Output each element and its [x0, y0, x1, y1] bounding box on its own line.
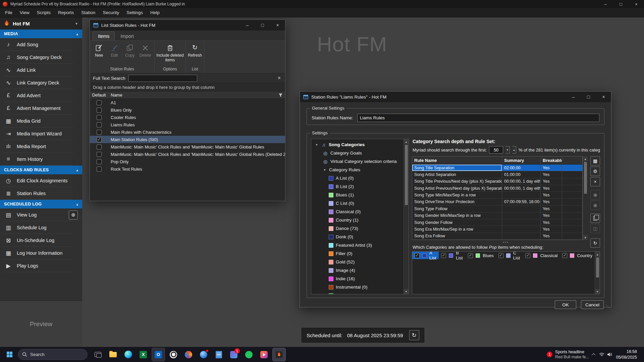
default-checkbox[interactable]: [97, 167, 102, 172]
sidebar-item-view-log[interactable]: ▤ View Log ⊕: [0, 208, 82, 221]
sidebar-item-media-grid[interactable]: ▦ Media Grid: [0, 115, 82, 127]
sidebar-item-song-category-deck[interactable]: ♫ Song Category Deck: [0, 51, 82, 64]
menu-item[interactable]: File: [1, 8, 16, 17]
myriad-app-button[interactable]: [272, 348, 286, 361]
category-row[interactable]: Blues (1): [311, 191, 404, 199]
column-default[interactable]: Default: [90, 92, 108, 99]
close-button[interactable]: ×: [629, 0, 644, 8]
table-row[interactable]: Rock Test Rules: [90, 165, 285, 173]
ok-button[interactable]: OK: [555, 300, 576, 309]
scroll-down-icon[interactable]: ▾: [583, 235, 588, 240]
remove-rule-button[interactable]: ×: [590, 177, 600, 186]
sidebar-item-add-link[interactable]: ∿ Add Link: [0, 64, 82, 76]
move-down-button[interactable]: ◉: [590, 200, 600, 210]
category-row[interactable]: Country (1): [311, 216, 404, 224]
maximize-button[interactable]: □: [613, 0, 629, 8]
edit-button[interactable]: Edit: [107, 43, 122, 58]
menu-item[interactable]: Scripts: [33, 8, 54, 17]
rule-set-grid-button[interactable]: ▦: [590, 156, 600, 166]
menu-item[interactable]: View: [16, 8, 33, 17]
sidebar-item-advert-management[interactable]: £ Advert Management: [0, 102, 82, 115]
category-row[interactable]: B List (2): [311, 182, 404, 191]
table-row[interactable]: MainMusic: Main Music' Clock Rules and '…: [90, 150, 285, 158]
filter-icon[interactable]: [278, 93, 283, 98]
notepad-button[interactable]: [212, 348, 225, 361]
taskbar-search[interactable]: Search: [18, 349, 88, 360]
hidden-icons-chevron[interactable]: [592, 353, 595, 357]
tree-scrollbar[interactable]: ▴ ▾: [404, 139, 409, 294]
minimize-button[interactable]: –: [598, 0, 613, 8]
sidebar-section-scheduled-log[interactable]: SCHEDULED LOG ▴: [0, 200, 82, 208]
column-summary[interactable]: Summary: [502, 157, 541, 164]
station-rules-name-input[interactable]: [357, 114, 599, 122]
category-row[interactable]: Image (4): [311, 266, 404, 275]
search-depth-input[interactable]: 50: [489, 146, 503, 154]
default-checkbox[interactable]: [97, 130, 102, 135]
sidebar-item-link-category-deck[interactable]: ∿ Link Category Deck: [0, 76, 82, 89]
tree-node-song-categories[interactable]: ▾ ♫ Song Categories: [311, 140, 404, 149]
scroll-thumb[interactable]: [405, 145, 408, 205]
task-view-button[interactable]: [91, 348, 105, 361]
default-checkbox[interactable]: [97, 122, 102, 127]
sidebar-item-add-song[interactable]: ♪ Add Song: [0, 38, 82, 51]
category-row[interactable]: Gold (52): [311, 258, 404, 266]
photos-app-button[interactable]: [182, 348, 195, 361]
tree-node-category-goals[interactable]: ◎ Category Goals: [311, 149, 404, 157]
column-name[interactable]: Name: [108, 92, 285, 99]
volume-icon[interactable]: [607, 352, 612, 357]
sidebar-item-schedule-log[interactable]: ▥ Schedule Log: [0, 221, 82, 234]
full-text-search-input[interactable]: [128, 75, 197, 82]
sidebar-item-log-hour-information[interactable]: ▦ Log Hour Information: [0, 247, 82, 259]
category-row[interactable]: Donk (0): [311, 233, 404, 241]
clear-search-icon[interactable]: ×: [276, 75, 282, 81]
minimize-button[interactable]: –: [240, 20, 255, 31]
sidebar-section-clocks-and-rules[interactable]: CLOCKS AND RULES ▴: [0, 166, 82, 174]
browser-button[interactable]: [197, 348, 210, 361]
scroll-down-icon[interactable]: ▾: [404, 289, 409, 294]
scroll-up-icon[interactable]: ▴: [583, 156, 588, 161]
list-window-titlebar[interactable]: List Station Rules - Hot FM – □ ×: [90, 20, 285, 31]
sidebar-item-add-advert[interactable]: £ Add Advert: [0, 89, 82, 102]
category-row[interactable]: Instrumental (0): [311, 283, 404, 291]
default-checkbox[interactable]: [97, 115, 102, 120]
splitter-handle[interactable]: •••: [412, 240, 600, 245]
sidebar-item-media-report[interactable]: ılı Media Report: [0, 140, 82, 153]
table-row[interactable]: Pop Only: [90, 158, 285, 165]
rules-window-titlebar[interactable]: Station Rules "Liams Rules" - Hot FM – □…: [300, 92, 611, 102]
category-row[interactable]: C List (0): [311, 199, 404, 207]
follow-list-scrollbar[interactable]: ▴ ▾: [595, 252, 600, 294]
caret-icon[interactable]: ▾: [315, 143, 319, 146]
scroll-thumb[interactable]: [596, 257, 599, 278]
copy-button[interactable]: Copy: [122, 43, 138, 58]
menu-item[interactable]: Station: [77, 8, 99, 17]
media-player-button[interactable]: [257, 348, 271, 361]
table-row[interactable]: MainMusic: Main Music' Clock Rules and '…: [90, 143, 285, 150]
default-checkbox[interactable]: [97, 137, 102, 142]
default-checkbox[interactable]: [97, 159, 102, 164]
default-checkbox[interactable]: [97, 144, 102, 149]
column-breakable[interactable]: Breakable: [541, 157, 562, 164]
default-checkbox[interactable]: [97, 108, 102, 113]
outlook-button[interactable]: O: [152, 348, 165, 361]
teams-button[interactable]: 1: [227, 348, 240, 361]
sidebar-item-play-logs[interactable]: ▶ Play Logs: [0, 259, 82, 272]
sidebar-item-item-history[interactable]: ≡ Item History: [0, 153, 82, 166]
file-explorer-button[interactable]: [106, 348, 120, 361]
move-up-button[interactable]: ◉: [590, 190, 600, 199]
category-row[interactable]: Featured Artist (3): [311, 241, 404, 249]
category-row[interactable]: Dance (73): [311, 224, 404, 233]
sidebar-item-station-rules[interactable]: ≣ Station Rules: [0, 187, 82, 200]
table-row[interactable]: Main Rules with Characteristics: [90, 128, 285, 136]
table-row[interactable]: A1: [90, 99, 285, 106]
rules-table-scrollbar[interactable]: ▴ ▾: [583, 156, 588, 240]
tab-import[interactable]: Import: [115, 32, 139, 41]
table-row[interactable]: Liams Rules: [90, 121, 285, 128]
caret-icon[interactable]: ▾: [323, 168, 327, 172]
start-button[interactable]: [3, 348, 16, 361]
depth-up-button[interactable]: ▴: [512, 146, 517, 154]
scroll-thumb[interactable]: [584, 162, 587, 194]
table-row[interactable]: Blues Only: [90, 106, 285, 114]
sidebar-item-edit-clock-assignments[interactable]: ◷ Edit Clock Assignments: [0, 174, 82, 187]
category-row[interactable]: Indie (16): [311, 275, 404, 283]
station-selector[interactable]: Hot FM ▼: [0, 17, 82, 29]
